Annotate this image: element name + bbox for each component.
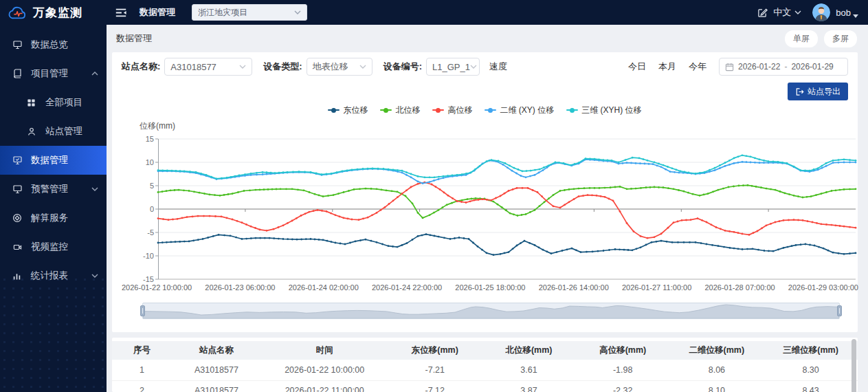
table-cell: 8.06 (670, 360, 764, 380)
app-root: 万象监测 数据总览项目管理全部项目站点管理数据管理预警管理解算服务视频监控统计报… (0, 0, 868, 392)
scrollbar-thumb[interactable] (852, 339, 856, 392)
table-header-cell: 二维位移(mm) (670, 341, 764, 360)
bar-chart-icon (12, 271, 24, 281)
sidebar-item-label: 项目管理 (31, 67, 68, 80)
x-axis-tick-label: 2026-01-24 02:00:00 (289, 283, 359, 293)
sidebar-item-solution-service[interactable]: 解算服务 (0, 204, 107, 232)
legend-item[interactable]: 北位移 (380, 105, 420, 116)
y-axis-tick-label: -10 (126, 252, 154, 260)
table-cell: 1 (112, 360, 172, 380)
book-icon (12, 69, 24, 79)
sidebar-item-video-monitoring[interactable]: 视频监控 (0, 232, 107, 261)
table-scrollbar[interactable] (852, 339, 856, 392)
monitor-icon (12, 184, 24, 195)
chevron-down-icon (91, 187, 98, 191)
station-export-button[interactable]: 站点导出 (788, 83, 848, 100)
x-axis-tick-label: 2026-01-22 10:00:00 (122, 283, 192, 293)
table-header-cell: 高位移(mm) (576, 341, 670, 360)
topbar-menu-label[interactable]: 数据管理 (140, 6, 175, 19)
table-header-cell: 站点名称 (172, 341, 261, 360)
station-select[interactable]: A31018577 (164, 58, 252, 76)
y-axis-tick-label: 0 (126, 205, 154, 213)
table-header-cell: 三维位移(mm) (764, 341, 858, 360)
legend-item[interactable]: 二维 (XY) 位移 (485, 105, 554, 116)
legend-item[interactable]: 高位移 (432, 105, 472, 116)
device-type-select[interactable]: 地表位移 (307, 58, 372, 76)
x-axis-labels: 2026-01-22 10:00:002026-01-23 06:00:0020… (122, 283, 858, 293)
logo[interactable]: 万象监测 (0, 0, 107, 25)
y-axis-tick-label: -5 (126, 228, 154, 237)
project-select[interactable]: 浙江地灾项目 (192, 4, 307, 21)
video-icon (12, 242, 24, 252)
datazoom-slider[interactable] (142, 303, 840, 319)
legend-item[interactable]: 三维 (XYH) 位移 (566, 105, 641, 116)
sidebar-item-data-management[interactable]: 数据管理 (0, 146, 107, 175)
sidebar-item-alert-management[interactable]: 预警管理 (0, 175, 107, 204)
sidebar-item-statistics-report[interactable]: 统计报表 (0, 261, 107, 290)
sidebar-item-all-projects[interactable]: 全部项目 (0, 88, 107, 117)
single-screen-button[interactable]: 单屏 (785, 30, 818, 47)
data-table-panel: 序号站点名称时间东位移(mm)北位移(mm)高位移(mm)二维位移(mm)三维位… (112, 338, 858, 392)
chart-legend: 东位移北位移高位移二维 (XY) 位移三维 (XYH) 位移 (112, 104, 858, 116)
station-name-label: 站点名称: (122, 61, 160, 73)
language-switcher[interactable]: 中文 (773, 6, 801, 19)
chevron-down-icon (294, 10, 301, 14)
device-no-select[interactable]: L1_GP_1 (426, 58, 480, 76)
date-end: 2026-01-29 (791, 62, 833, 72)
table-body: 1A310185772026-01-22 10:00:00-7.213.61-1… (112, 360, 858, 392)
avatar[interactable] (812, 3, 830, 21)
user-menu[interactable]: bob (836, 8, 858, 18)
table-cell: -2.32 (576, 380, 670, 392)
filter-bar: 站点名称: A31018577 设备类型: 地表位移 设备编号: L1_GP_1 (112, 58, 858, 76)
monitor-icon (12, 40, 24, 50)
table-cell: -1.98 (576, 360, 670, 380)
table-header-cell: 东位移(mm) (388, 341, 482, 360)
multi-screen-button[interactable]: 多屏 (824, 30, 857, 47)
chevron-down-icon (470, 65, 477, 69)
quick-today-button[interactable]: 今日 (628, 61, 646, 73)
collapse-menu-icon[interactable] (115, 8, 127, 18)
quick-month-button[interactable]: 本月 (658, 61, 676, 73)
chevron-down-icon (359, 65, 366, 69)
caret-down-icon (853, 10, 858, 20)
sidebar-item-label: 站点管理 (45, 125, 82, 138)
table-header-cell: 序号 (112, 341, 172, 360)
table-cell: 8.30 (764, 360, 858, 380)
compass-icon (12, 213, 24, 224)
date-range-picker[interactable]: 2026-01-22 - 2026-01-29 (719, 58, 848, 76)
y-axis-tick-label: 15 (126, 135, 154, 143)
table-cell: A31018577 (172, 380, 261, 392)
sidebar-item-label: 视频监控 (31, 241, 68, 253)
quick-year-button[interactable]: 今年 (689, 61, 706, 73)
legend-marker (566, 107, 578, 113)
line-chart: 151050-5-10-15 (158, 139, 856, 279)
page-header: 数据管理 单屏 多屏 (107, 25, 868, 52)
sidebar-item-data-overview[interactable]: 数据总览 (0, 30, 107, 59)
x-axis-tick-label: 2026-01-28 07:00:00 (704, 283, 775, 293)
x-axis-tick-label: 2026-01-25 18:00:00 (455, 283, 525, 293)
table-cell: 2026-01-22 11:00:00 (261, 380, 388, 392)
logo-text: 万象监测 (33, 5, 82, 21)
date-start: 2026-01-22 (738, 62, 780, 72)
data-table: 序号站点名称时间东位移(mm)北位移(mm)高位移(mm)二维位移(mm)三维位… (112, 341, 858, 392)
table-cell: 3.61 (482, 360, 576, 380)
export-icon (795, 87, 804, 96)
datazoom-left-handle[interactable] (140, 305, 145, 316)
grid-icon (27, 98, 38, 108)
logo-cloud-icon (8, 6, 27, 20)
sidebar-item-project-management[interactable]: 项目管理 (0, 59, 107, 88)
edit-icon[interactable] (757, 8, 768, 18)
chevron-down-icon (794, 10, 801, 14)
y-axis-tick-label: 10 (126, 158, 154, 166)
table-row[interactable]: 2A310185772026-01-22 11:00:00-7.123.87-2… (112, 380, 858, 392)
datazoom-right-handle[interactable] (837, 305, 842, 316)
legend-marker (485, 107, 496, 113)
y-axis-tick-label: 5 (126, 182, 154, 190)
y-axis-tick-label: -15 (126, 275, 154, 283)
sidebar-item-label: 数据总览 (31, 39, 68, 51)
sidebar-item-label: 解算服务 (31, 212, 68, 224)
sidebar-item-station-management[interactable]: 站点管理 (0, 117, 107, 146)
sidebar-menu: 数据总览项目管理全部项目站点管理数据管理预警管理解算服务视频监控统计报表 (0, 25, 107, 290)
legend-item[interactable]: 东位移 (328, 105, 368, 116)
table-row[interactable]: 1A310185772026-01-22 10:00:00-7.213.61-1… (112, 360, 858, 380)
